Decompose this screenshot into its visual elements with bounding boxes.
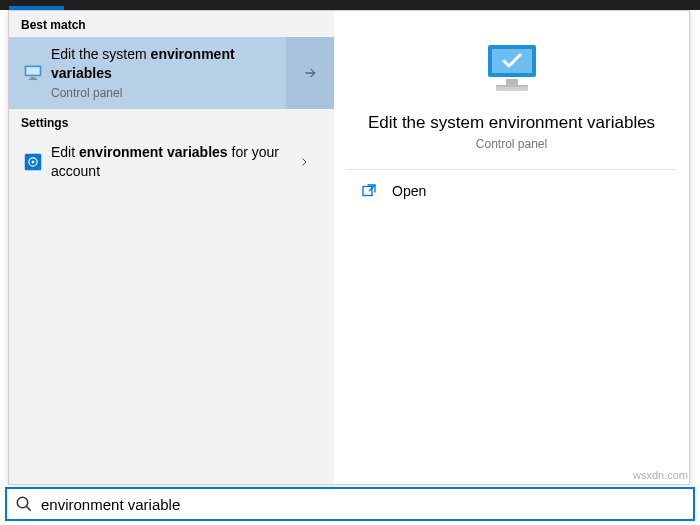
svg-rect-12 <box>363 187 372 196</box>
search-icon <box>7 495 41 513</box>
detail-header: Edit the system environment variables Co… <box>334 11 689 169</box>
settings-header: Settings <box>9 109 334 135</box>
chevron-right-icon[interactable] <box>284 156 324 168</box>
result-text: Edit the system environment variables Co… <box>47 45 286 101</box>
svg-rect-9 <box>506 79 518 85</box>
titlebar <box>0 0 700 10</box>
svg-point-6 <box>32 160 35 163</box>
monitor-icon <box>19 63 47 83</box>
detail-title: Edit the system environment variables <box>354 113 669 133</box>
detail-pane: Edit the system environment variables Co… <box>334 11 689 484</box>
label-part: Edit <box>51 144 79 160</box>
open-icon <box>360 182 384 200</box>
label-bold: environment variables <box>79 144 228 160</box>
svg-rect-3 <box>29 79 37 80</box>
result-edit-user-env[interactable]: Edit environment variables for your acco… <box>9 135 334 189</box>
open-action[interactable]: Open <box>334 170 689 212</box>
svg-rect-1 <box>26 67 39 75</box>
result-text: Edit environment variables for your acco… <box>47 143 284 181</box>
result-category: Control panel <box>51 85 286 101</box>
settings-badge-icon <box>19 153 47 171</box>
best-match-header: Best match <box>9 11 334 37</box>
svg-rect-11 <box>496 85 528 87</box>
open-label: Open <box>384 183 426 199</box>
monitor-check-icon <box>482 39 542 99</box>
search-panel: Best match Edit the system environment v… <box>8 10 690 485</box>
label-part: Edit the system <box>51 46 151 62</box>
expand-arrow[interactable] <box>286 37 334 109</box>
svg-point-13 <box>17 497 28 508</box>
search-bar[interactable] <box>5 487 695 521</box>
search-input[interactable] <box>41 496 693 513</box>
watermark: wsxdn.com <box>633 469 688 481</box>
detail-category: Control panel <box>354 137 669 151</box>
result-edit-system-env[interactable]: Edit the system environment variables Co… <box>9 37 334 109</box>
svg-rect-2 <box>31 77 36 79</box>
results-pane: Best match Edit the system environment v… <box>9 11 334 484</box>
